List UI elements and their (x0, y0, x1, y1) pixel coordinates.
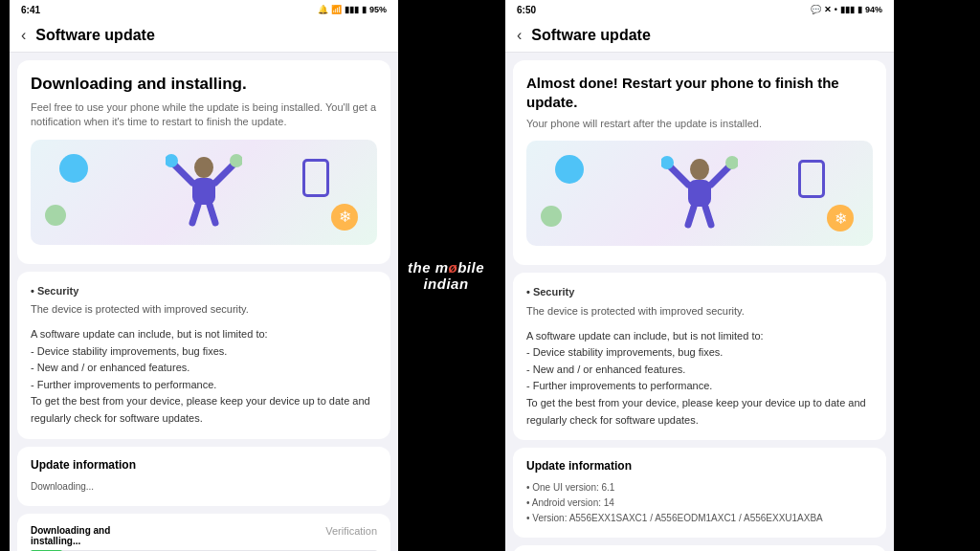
signal-icon-right: ▮▮▮ (840, 5, 855, 14)
info-text-right: • Security The device is protected with … (526, 284, 873, 429)
circle-blue-r (555, 155, 584, 184)
svg-line-15 (705, 207, 711, 225)
battery-icon: ▮ (362, 5, 367, 14)
update-line-2: • Android version: 14 (526, 496, 873, 511)
wifi-icon: 📶 (331, 5, 342, 14)
download-section-left: Downloading and installing... Verificati… (17, 514, 390, 551)
download-label-left: Downloading and installing... (31, 525, 110, 546)
download-label-right: Verification (325, 525, 377, 546)
status-bar-left: 6:41 🔔 📶 ▮▮▮ ▮ 95% (10, 0, 398, 19)
battery-percent-right: 94% (865, 5, 882, 14)
figure-svg-right (661, 148, 738, 239)
nav-bar-right: ‹ Software update (505, 19, 894, 53)
status-bar-right: 6:50 💬 ✕ • ▮▮▮ ▮ 94% (505, 0, 894, 19)
update-info-title-right: Update information (526, 459, 873, 473)
main-card-left: Downloading and installing. Feel free to… (17, 60, 390, 264)
back-button-right[interactable]: ‹ (517, 27, 522, 44)
circle-blue (59, 154, 88, 183)
figure-svg (166, 146, 242, 237)
x-icon: ✕ (824, 5, 832, 14)
status-icons-left: 🔔 📶 ▮▮▮ ▮ 95% (318, 5, 387, 14)
nav-title-right: Software update (531, 27, 650, 44)
info-body-right: A software update can include, but is no… (526, 328, 873, 430)
content-left: Downloading and installing. Feel free to… (10, 53, 398, 551)
phone-right: 6:50 💬 ✕ • ▮▮▮ ▮ 94% ‹ Software update A… (505, 0, 894, 551)
back-button-left[interactable]: ‹ (21, 27, 26, 44)
phone-outline-illus-r (798, 160, 825, 198)
svg-line-10 (669, 165, 688, 185)
battery-icon-right: ▮ (858, 5, 862, 14)
svg-line-14 (688, 207, 694, 225)
svg-point-0 (194, 157, 213, 178)
time-right: 6:50 (517, 5, 536, 15)
main-subtitle-right: Your phone will restart after the update… (526, 117, 873, 131)
main-subtitle-left: Feel free to use your phone while the up… (31, 100, 377, 130)
main-title-right: Almost done! Restart your phone to finis… (526, 74, 873, 111)
nav-bar-left: ‹ Software update (10, 19, 398, 53)
dot-separator: • (835, 5, 837, 14)
svg-line-2 (173, 164, 192, 183)
content-right: Almost done! Restart your phone to finis… (505, 53, 894, 551)
status-icons-right: 💬 ✕ • ▮▮▮ ▮ 94% (811, 5, 882, 14)
watermark-text: the møbileindian (408, 259, 484, 292)
svg-rect-1 (192, 178, 215, 205)
bullet-title-left: • Security (31, 283, 377, 300)
update-info-detail-left: Downloading... (31, 479, 377, 495)
update-info-title-left: Update information (31, 458, 377, 472)
info-text-left: • Security The device is protected with … (31, 283, 377, 428)
info-section-right: • Security The device is protected with … (513, 273, 886, 440)
svg-line-3 (215, 164, 234, 183)
chat-icon: 💬 (811, 5, 821, 14)
circle-orange-r: ❄ (827, 205, 854, 231)
svg-line-11 (711, 165, 730, 185)
illustration-right: ❄ (526, 141, 873, 246)
main-card-right: Almost done! Restart your phone to finis… (513, 60, 886, 265)
update-info-card-left: Update information Downloading... (17, 447, 390, 506)
circle-orange: ❄ (331, 204, 358, 231)
update-info-card-right: Update information • One UI version: 6.1… (513, 448, 886, 538)
phone-outline-illus (302, 159, 329, 197)
update-line-1: • One UI version: 6.1 (526, 480, 873, 496)
info-body-left: A software update can include, but is no… (31, 326, 377, 428)
time-left: 6:41 (21, 5, 40, 15)
phone-left: 6:41 🔔 📶 ▮▮▮ ▮ 95% ‹ Software update Dow… (10, 0, 398, 551)
bullet-sub-right: The device is protected with improved se… (526, 303, 873, 320)
o-icon: ø (449, 259, 458, 276)
buttons-section-right: Schedule restart Restart now (513, 545, 886, 551)
nav-title-left: Software update (35, 27, 154, 44)
svg-line-6 (192, 205, 198, 223)
update-line-3: • Version: A556EXX1SAXC1 / A556EODM1AXC1… (526, 511, 873, 526)
update-info-lines-right: • One UI version: 6.1 • Android version:… (526, 480, 873, 526)
svg-rect-9 (688, 180, 711, 207)
svg-line-7 (210, 205, 215, 223)
notification-icon: 🔔 (318, 5, 328, 14)
main-title-left: Downloading and installing. (31, 74, 377, 95)
bullet-title-right: • Security (526, 284, 873, 301)
signal-icon: ▮▮▮ (345, 5, 359, 14)
info-section-left: • Security The device is protected with … (17, 272, 390, 439)
bullet-sub-left: The device is protected with improved se… (31, 301, 377, 319)
svg-point-8 (690, 159, 709, 180)
circle-green-r (541, 206, 562, 227)
illustration-left: ❄ (31, 140, 377, 245)
battery-percent-left: 95% (369, 5, 387, 14)
circle-green (45, 205, 66, 226)
phones-container: 6:41 🔔 📶 ▮▮▮ ▮ 95% ‹ Software update Dow… (0, 0, 980, 551)
watermark-area: the møbileindian (398, 0, 494, 551)
download-labels: Downloading and installing... Verificati… (31, 525, 377, 546)
